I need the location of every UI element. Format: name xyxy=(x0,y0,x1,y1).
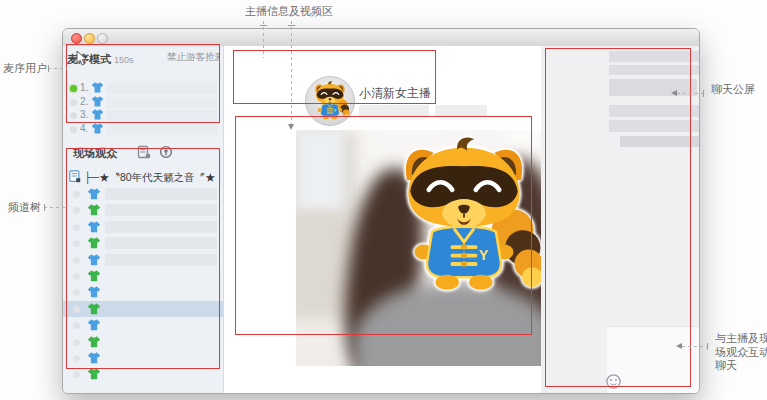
app-window: 麦序模式150s 禁止游客抢麦 1.2.3.4. 现场观众 xyxy=(62,28,700,394)
channel-tree-title-row[interactable]: ├─★〝80年代天籁之音〞★ xyxy=(63,168,223,186)
member-status-dot xyxy=(73,289,80,296)
close-window-button[interactable] xyxy=(71,33,82,44)
mic-queue-number: 2. xyxy=(80,96,88,107)
mic-queue-number: 1. xyxy=(80,82,88,93)
tree-member-row[interactable] xyxy=(63,219,223,235)
leader-tick xyxy=(44,204,45,211)
chat-message-placeholder xyxy=(609,105,700,117)
shirt-icon xyxy=(87,285,101,299)
tree-member-row[interactable] xyxy=(63,366,223,382)
zoom-window-button[interactable] xyxy=(97,33,108,44)
minimize-window-button[interactable] xyxy=(84,33,95,44)
leader-tick xyxy=(288,25,295,26)
window-titlebar[interactable] xyxy=(63,29,699,47)
anchor-avatar xyxy=(305,76,355,126)
tree-member-row[interactable] xyxy=(63,186,223,202)
member-name-placeholder xyxy=(105,188,217,200)
shirt-icon xyxy=(87,269,101,283)
member-status-dot xyxy=(73,322,80,329)
idle-indicator-dot xyxy=(70,112,77,119)
tree-member-row[interactable] xyxy=(63,202,223,218)
mic-queue-row[interactable]: 3. xyxy=(63,109,223,122)
mic-mode-timer: 150s xyxy=(114,55,134,64)
yy-mascot-sticker xyxy=(380,136,548,300)
leader-tick xyxy=(260,25,267,26)
mic-queue-row[interactable]: 4. xyxy=(63,123,223,136)
mic-mode-header: 麦序模式150s 禁止游客抢麦 xyxy=(67,49,219,64)
mic-queue-number: 3. xyxy=(80,109,88,120)
main-stage: 小清新女主播 xyxy=(224,46,541,393)
location-pin-icon[interactable] xyxy=(159,145,173,159)
leader-arrow-down xyxy=(288,124,294,130)
tree-member-row[interactable] xyxy=(63,284,223,300)
mic-queue-list: 1.2.3.4. xyxy=(63,82,223,136)
member-status-dot xyxy=(73,240,80,247)
tree-member-row-selected[interactable] xyxy=(63,301,223,317)
mic-queue-number: 4. xyxy=(80,123,88,134)
member-status-dot xyxy=(73,191,80,198)
channel-node-icon xyxy=(69,170,81,183)
shirt-icon xyxy=(87,335,101,349)
tree-member-row[interactable] xyxy=(63,235,223,251)
screenshot-root: 麦序模式150s 禁止游客抢麦 1.2.3.4. 现场观众 xyxy=(0,0,767,400)
member-status-dot xyxy=(73,207,80,214)
shirt-icon xyxy=(87,302,101,316)
roster-icon[interactable] xyxy=(137,145,151,159)
tree-member-row[interactable] xyxy=(63,252,223,268)
member-status-dot xyxy=(73,306,80,313)
member-name-placeholder xyxy=(105,254,217,266)
shirt-icon xyxy=(87,220,101,234)
mic-user-name-placeholder xyxy=(107,97,217,108)
yy-mascot-avatar xyxy=(309,81,351,122)
anchor-name: 小清新女主播 xyxy=(359,85,431,102)
member-name-placeholder xyxy=(105,204,217,216)
mic-mode-hint: 禁止游客抢麦 xyxy=(167,51,219,64)
chat-message-placeholder xyxy=(609,120,700,132)
leader-line xyxy=(48,68,67,69)
shirt-icon xyxy=(87,236,101,250)
member-status-dot xyxy=(73,371,80,378)
shirt-icon xyxy=(87,351,101,365)
chat-message-placeholder xyxy=(609,65,700,75)
mic-queue-row[interactable]: 2. xyxy=(63,96,223,109)
member-status-dot xyxy=(73,339,80,346)
member-status-dot xyxy=(73,257,80,264)
tree-member-row[interactable] xyxy=(63,334,223,350)
member-name-placeholder xyxy=(105,221,217,233)
member-name-placeholder xyxy=(105,237,217,249)
channel-tree-panel: ├─★〝80年代天籁之音〞★ xyxy=(63,168,223,383)
shirt-icon xyxy=(91,122,104,135)
leader-line xyxy=(44,207,67,208)
annotation-label-public-chat: 聊天公屏 xyxy=(711,82,755,97)
leader-tick xyxy=(703,90,704,97)
member-status-dot xyxy=(73,224,80,231)
mic-user-name-placeholder xyxy=(107,124,217,135)
tree-member-row[interactable] xyxy=(63,350,223,366)
annotation-label-channel-tree: 频道树 xyxy=(8,200,41,215)
anchor-info-placeholder xyxy=(435,105,487,117)
leader-tick xyxy=(48,65,49,72)
speaking-indicator-dot xyxy=(70,85,77,92)
mic-queue-row[interactable]: 1. xyxy=(63,82,223,95)
leader-line xyxy=(291,21,292,124)
member-status-dot xyxy=(73,355,80,362)
tree-member-row[interactable] xyxy=(63,317,223,333)
shirt-icon xyxy=(87,187,101,201)
leader-tick xyxy=(707,343,708,350)
photo-collar-shape xyxy=(296,130,344,210)
shirt-icon xyxy=(91,95,104,108)
member-status-dot xyxy=(73,273,80,280)
mic-user-name-placeholder xyxy=(107,83,217,94)
leader-arrow-left xyxy=(671,90,677,96)
tree-member-row[interactable] xyxy=(63,268,223,284)
anchor-info-placeholder xyxy=(359,105,429,117)
channel-member-list xyxy=(63,186,223,383)
leader-line xyxy=(682,346,708,347)
shirt-icon xyxy=(87,318,101,332)
leader-line xyxy=(263,21,264,58)
shirt-icon xyxy=(87,253,101,267)
smiley-emoticon-icon[interactable] xyxy=(605,373,622,390)
leader-arrow-left xyxy=(676,343,682,349)
annotation-label-interact-chat: 与主播及现场观众互动聊天 xyxy=(715,332,767,373)
chat-message-placeholder xyxy=(609,51,700,62)
